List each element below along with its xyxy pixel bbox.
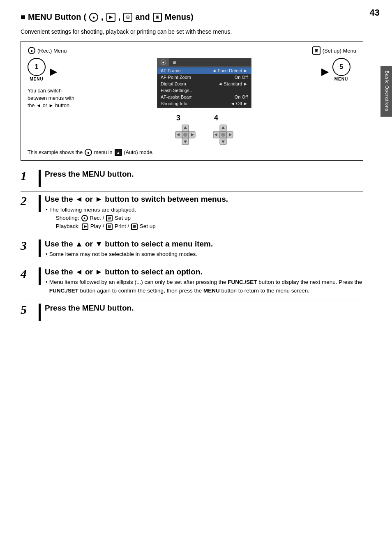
icon-play-title: ▶: [106, 13, 115, 22]
step5-number: 5: [332, 58, 350, 76]
steps-section: 1 Press the MENU button. 2 Use the ◄ or …: [21, 170, 363, 321]
step2-heading: Use the ◄ or ► button to switch between …: [45, 195, 363, 204]
page-number: 43: [370, 7, 380, 18]
step1-heading: Press the MENU button.: [45, 170, 363, 179]
bottom-note-mode: (Auto) mode.: [124, 150, 154, 155]
step2-bullet-1: The following menus are displayed. Shoot…: [46, 206, 363, 231]
step4-num-box: 4: [21, 267, 39, 280]
title-comma1: ,: [101, 12, 104, 22]
step1-menu-label: MENU: [30, 77, 43, 81]
icon-rec-diag: ●: [28, 47, 35, 54]
step2-bullets: The following menus are displayed. Shoot…: [46, 206, 363, 231]
step4-group: 4: [212, 114, 234, 145]
menu-row-3: Flash Settings…: [157, 87, 251, 94]
svg-point-19: [221, 133, 225, 137]
icon-rec-note: ●: [85, 149, 92, 156]
step3-bar: [39, 240, 41, 257]
step1-content: Press the MENU button.: [45, 170, 363, 181]
icon-setup-diag: ⊞: [312, 46, 321, 55]
title-button-word: Button: [55, 12, 81, 22]
menu-row-4: AF-assist Beam On Off: [157, 94, 251, 100]
step5-heading: Press the MENU button.: [45, 304, 363, 313]
step3-bullets: Some items may not be selectable in some…: [46, 250, 363, 258]
step4-content: Use the ◄ or ► button to select an optio…: [45, 267, 363, 296]
step4-bullet-1: Menu items followed by an ellipsis (...)…: [46, 278, 363, 295]
step3-bullet-1: Some items may not be selectable in some…: [46, 250, 363, 258]
step2-text: You can switchbetween menus withthe ◄ or…: [28, 87, 74, 109]
title-menus-word: Menus): [165, 12, 194, 22]
diagram-left: 1 MENU ▶ You can switchbetween menus wit…: [28, 58, 93, 109]
step3-italic-num: 3: [21, 240, 27, 252]
step5-arrow: ▶: [321, 67, 328, 77]
menu-mockup: ● ⊞ AF Frame ◄ Face Detect ► AF-Point Zo…: [157, 58, 251, 108]
step1-arrow: ▶: [50, 67, 57, 77]
rec-menu-label: ● (Rec.) Menu: [28, 46, 67, 55]
step4-italic-num: 4: [21, 267, 27, 280]
step5-num-box: 5: [21, 304, 39, 316]
step5-circle: 5 MENU: [332, 58, 350, 81]
section-title: ■ MENU Button ( ● , ▶ , ⊟ and ⊞ Menus): [21, 12, 363, 22]
menu-rows: AF Frame ◄ Face Detect ► AF-Point Zoom O…: [157, 67, 251, 108]
step4-bar: [39, 267, 41, 285]
title-bullet: ■: [21, 12, 25, 22]
step3-number: 3: [176, 114, 180, 122]
diagram-right: ▶ 5 MENU: [315, 58, 356, 81]
divider-3: [21, 264, 363, 264]
step5-menu-label: MENU: [334, 77, 348, 81]
step-row-4: 4 Use the ◄ or ► button to select an opt…: [21, 267, 363, 296]
step-row-2: 2 Use the ◄ or ► button to switch betwee…: [21, 195, 363, 232]
menu-tab-bar: ● ⊞: [157, 58, 251, 67]
menu-tab-rec: ●: [157, 58, 169, 66]
icon-auto-note: ▲: [115, 149, 122, 156]
step1-number: 1: [28, 58, 46, 76]
title-comma2: ,: [118, 12, 121, 22]
step4-heading: Use the ◄ or ► button to select an optio…: [45, 267, 363, 277]
diagram-bottom-note: This example shows the ● menu in ▲ (Auto…: [28, 149, 356, 156]
step2-italic-num: 2: [21, 195, 27, 207]
step3-heading: Use the ▲ or ▼ button to select a menu i…: [45, 240, 363, 249]
diagram-main: 1 MENU ▶ You can switchbetween menus wit…: [28, 58, 356, 145]
diagram-step34-row: 3: [175, 114, 234, 145]
menu-row-0: AF Frame ◄ Face Detect ►: [157, 67, 251, 74]
step1-bar: [39, 170, 41, 187]
step3-group: 3: [175, 114, 196, 145]
diagram-top-labels: ● (Rec.) Menu ⊞ (Set up) Menu: [28, 46, 356, 55]
step3-content: Use the ▲ or ▼ button to select a menu i…: [45, 240, 363, 260]
diagram-box: ● (Rec.) Menu ⊞ (Set up) Menu 1 MENU ▶: [21, 41, 363, 161]
step-row-5: 5 Press the MENU button.: [21, 304, 363, 321]
divider-2: [21, 236, 363, 236]
step5-italic-num: 5: [21, 304, 27, 316]
icon-rec-title: ●: [89, 13, 98, 22]
divider-1: [21, 191, 363, 191]
diagram-center: ● ⊞ AF Frame ◄ Face Detect ► AF-Point Zo…: [97, 58, 311, 145]
step3-num-box: 3: [21, 240, 39, 252]
svg-point-9: [183, 133, 187, 137]
step1-num-box: 1: [21, 170, 39, 182]
step-row-3: 3 Use the ▲ or ▼ button to select a menu…: [21, 240, 363, 260]
step2-num-box: 2: [21, 195, 39, 207]
intro-text: Convenient settings for shooting, playba…: [21, 28, 363, 36]
step5-content: Press the MENU button.: [45, 304, 363, 315]
step4-dpad-icon: [212, 124, 234, 145]
setup-menu-label: ⊞ (Set up) Menu: [312, 46, 356, 55]
step1-italic-num: 1: [21, 170, 27, 182]
title-and-word: and: [135, 12, 150, 22]
menu-row-2: Digital Zoom ◄ Standard ►: [157, 81, 251, 87]
step4-number: 4: [214, 114, 218, 122]
icon-print-title: ⊟: [123, 13, 132, 22]
step2-content: Use the ◄ or ► button to switch between …: [45, 195, 363, 232]
step1-circle: 1 MENU: [28, 58, 46, 81]
title-open-paren: (: [83, 12, 86, 22]
divider-4: [21, 300, 363, 300]
bottom-note-prefix: This example shows the: [28, 150, 83, 155]
icon-setup-title: ⊞: [153, 13, 162, 22]
title-menu-word: MENU: [28, 12, 52, 22]
step5-bar: [39, 304, 41, 321]
bottom-note-menu: menu in: [94, 150, 112, 155]
step-row-1: 1 Press the MENU button.: [21, 170, 363, 187]
side-tab: Basic Operations: [380, 66, 392, 117]
menu-tab-setup: ⊞: [169, 58, 179, 66]
step4-bullets: Menu items followed by an ellipsis (...)…: [46, 278, 363, 295]
step3-dpad-icon: [175, 124, 196, 145]
menu-row-1: AF-Point Zoom On Off: [157, 74, 251, 81]
